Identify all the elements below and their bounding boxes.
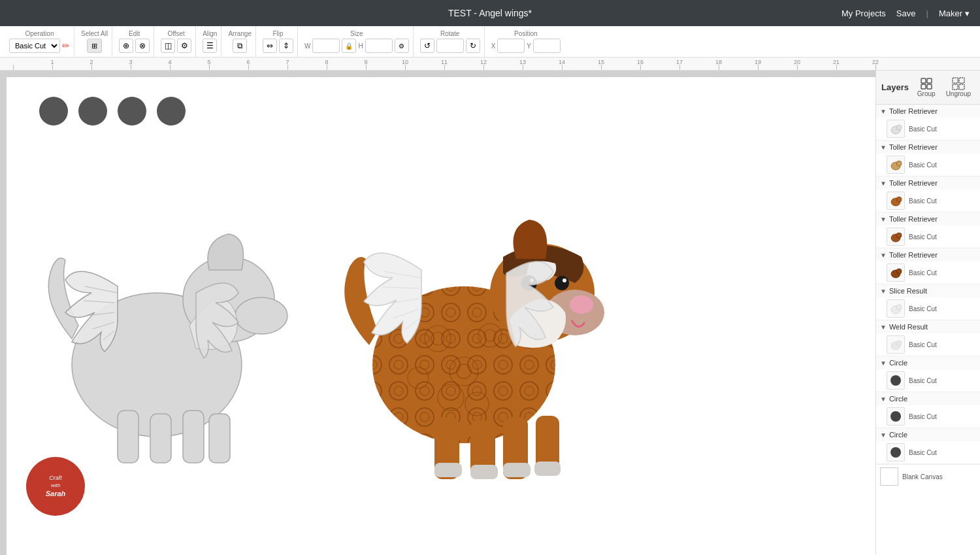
layer-item-toller-5[interactable]: Basic Cut	[876, 261, 980, 284]
blank-canvas-thumb	[880, 467, 898, 486]
group-button[interactable]: Group	[913, 76, 939, 99]
canvas-area[interactable]: Craft with Sarah	[0, 71, 875, 555]
layer-group-header-weld[interactable]: ▼ Weld Result	[876, 320, 980, 333]
layer-group-name-slice: Slice Result	[889, 287, 976, 295]
circles-row	[39, 97, 186, 126]
x-input[interactable]	[497, 39, 525, 53]
layers-body[interactable]: ▼ Toller Retriever Basic Cut ▼ Toller Re…	[876, 105, 980, 555]
layer-item-toller-1[interactable]: Basic Cut	[876, 118, 980, 140]
svg-rect-45	[921, 78, 926, 83]
nav-divider: |	[926, 8, 928, 18]
layer-group-name-circle-1: Circle	[889, 359, 976, 367]
select-all-button[interactable]: ⊞	[87, 39, 102, 53]
top-navigation: TEST - Angel wings* My Projects Save | M…	[0, 0, 980, 26]
size-label: Size	[350, 30, 363, 37]
layer-group-name-4: Toller Retriever	[889, 215, 976, 223]
circle-4	[157, 97, 186, 126]
layer-item-circle-1[interactable]: Basic Cut	[876, 369, 980, 392]
layer-item-circle-2[interactable]: Basic Cut	[876, 405, 980, 428]
edit-label: Edit	[129, 30, 140, 37]
layer-group-weld: ▼ Weld Result Basic Cut	[876, 320, 980, 356]
ruler: (function() { const ruler = document.get…	[0, 58, 980, 71]
layer-group-name-2: Toller Retriever	[889, 143, 976, 151]
layer-group-header-toller-5[interactable]: ▼ Toller Retriever	[876, 248, 980, 261]
dog-colored-svg	[307, 143, 634, 509]
layer-group-header-circle-1[interactable]: ▼ Circle	[876, 356, 980, 369]
y-input[interactable]	[533, 39, 561, 53]
svg-rect-6	[209, 414, 230, 463]
flip-v-button[interactable]: ⇕	[279, 39, 293, 53]
toolbar: Operation Basic Cut ✏ Select All ⊞ Edit …	[0, 26, 980, 58]
layer-thumb-circle-3	[887, 443, 905, 462]
y-label: Y	[527, 42, 531, 50]
ungroup-label: Ungroup	[946, 90, 971, 97]
ungroup-button[interactable]: Ungroup	[942, 76, 975, 99]
canvas-content[interactable]: Craft with Sarah	[7, 77, 875, 555]
svg-rect-22	[434, 463, 462, 477]
flip-label: Flip	[272, 30, 283, 37]
layer-item-toller-2[interactable]: Basic Cut	[876, 154, 980, 176]
layer-group-circle-3: ▼ Circle Basic Cut	[876, 428, 980, 464]
layer-name-weld: Basic Cut	[909, 341, 976, 348]
layers-title: Layers	[881, 82, 909, 92]
flip-h-button[interactable]: ⇔	[263, 39, 277, 53]
width-input[interactable]	[312, 39, 340, 53]
svg-point-16	[570, 295, 593, 314]
weld-button[interactable]: ⊕	[119, 39, 133, 53]
my-projects-link[interactable]: My Projects	[841, 8, 886, 18]
layer-group-header-circle-2[interactable]: ▼ Circle	[876, 392, 980, 405]
layer-item-toller-4[interactable]: Basic Cut	[876, 226, 980, 248]
layer-group-header-toller-3[interactable]: ▼ Toller Retriever	[876, 177, 980, 190]
align-button[interactable]: ☰	[203, 39, 217, 53]
layer-group-toller-4: ▼ Toller Retriever Basic Cut	[876, 212, 980, 248]
layer-item-weld[interactable]: Basic Cut	[876, 333, 980, 356]
svg-point-19	[555, 276, 569, 290]
svg-rect-28	[534, 462, 561, 476]
layer-group-toller-3: ▼ Toller Retriever Basic Cut	[876, 177, 980, 212]
dog-silhouette-svg	[13, 156, 301, 496]
save-button[interactable]: Save	[896, 8, 916, 18]
layer-group-header-toller-1[interactable]: ▼ Toller Retriever	[876, 105, 980, 118]
size-section: Size W 🔒 H ⚙	[301, 26, 414, 57]
layer-item-slice[interactable]: Basic Cut	[876, 297, 980, 320]
layer-group-header-toller-4[interactable]: ▼ Toller Retriever	[876, 212, 980, 226]
layer-thumb-toller-5	[887, 263, 905, 282]
rotate-input[interactable]	[436, 39, 464, 53]
rotate-ccw-button[interactable]: ↺	[420, 39, 434, 53]
layer-group-name-circle-2: Circle	[889, 395, 976, 403]
chevron-icon-2: ▼	[880, 144, 887, 151]
layer-group-header-slice[interactable]: ▼ Slice Result	[876, 284, 980, 297]
layer-thumb-toller-1	[887, 120, 905, 138]
svg-point-20	[563, 278, 566, 282]
layer-group-header-circle-3[interactable]: ▼ Circle	[876, 428, 980, 441]
maker-button[interactable]: Maker ▾	[939, 8, 970, 18]
svg-rect-26	[503, 463, 531, 477]
layer-item-circle-3[interactable]: Basic Cut	[876, 441, 980, 463]
svg-point-58	[896, 197, 902, 202]
size-settings-button[interactable]: ⚙	[395, 39, 409, 53]
svg-rect-5	[183, 411, 204, 463]
svg-rect-4	[150, 414, 171, 463]
attach-button[interactable]: ⊗	[135, 39, 150, 53]
svg-rect-3	[118, 411, 139, 463]
layer-item-toller-3[interactable]: Basic Cut	[876, 190, 980, 212]
width-lock-button[interactable]: 🔒	[342, 39, 356, 53]
offset-button[interactable]: ◫	[161, 39, 175, 53]
arrange-label: Arrange	[228, 30, 252, 37]
main-area: Craft with Sarah Layers Group	[0, 71, 980, 555]
height-input[interactable]	[365, 39, 393, 53]
blank-canvas-item[interactable]: Blank Canvas	[876, 464, 980, 488]
rotate-cw-button[interactable]: ↻	[466, 39, 480, 53]
svg-rect-24	[470, 465, 498, 479]
layer-group-name-1: Toller Retriever	[889, 107, 976, 115]
layer-group-toller-5: ▼ Toller Retriever Basic Cut	[876, 248, 980, 284]
operation-select[interactable]: Basic Cut	[9, 39, 60, 53]
layer-group-circle-2: ▼ Circle Basic Cut	[876, 392, 980, 428]
layer-group-header-toller-2[interactable]: ▼ Toller Retriever	[876, 141, 980, 154]
chevron-icon-1: ▼	[880, 108, 887, 115]
layer-name-toller-4: Basic Cut	[909, 233, 976, 241]
flip-section: Flip ⇔ ⇕	[259, 26, 298, 57]
offset-settings-button[interactable]: ⚙	[177, 39, 191, 53]
edit-section: Edit ⊕ ⊗	[115, 26, 154, 57]
arrange-button[interactable]: ⧉	[233, 39, 247, 53]
